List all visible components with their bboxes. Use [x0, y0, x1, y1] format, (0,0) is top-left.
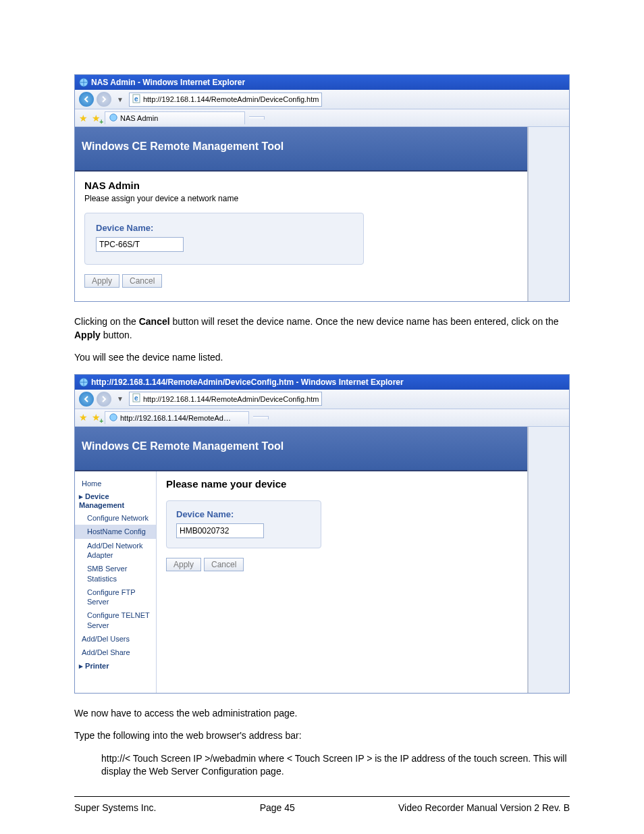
forward-button[interactable] — [97, 92, 111, 107]
device-name-input[interactable] — [96, 237, 184, 252]
sidebar-telnet[interactable]: Configure TELNET Server — [75, 608, 156, 632]
footer-center: Page 45 — [260, 802, 295, 813]
side-blank — [529, 427, 569, 693]
add-favorite-icon[interactable]: ★ — [92, 113, 101, 124]
apply-button[interactable]: Apply — [84, 274, 119, 288]
svg-point-7 — [110, 414, 117, 421]
svg-text:e: e — [134, 95, 138, 103]
page-icon: e — [132, 393, 140, 405]
nav-toolbar: ▼ e http://192.168.1.144/RemoteAdmin/Dev… — [75, 90, 569, 109]
favorites-bar: ★ ★ NAS Admin — [75, 109, 569, 127]
back-button[interactable] — [79, 92, 94, 107]
favorites-icon[interactable]: ★ — [79, 412, 88, 423]
sidebar-share[interactable]: Add/Del Share — [75, 646, 156, 659]
add-favorite-icon[interactable]: ★ — [92, 412, 101, 423]
page-header: Windows CE Remote Management Tool — [75, 127, 527, 172]
device-name-input[interactable] — [176, 523, 264, 538]
back-button[interactable] — [79, 392, 94, 407]
main-panel: Please name your device Device Name: App… — [157, 471, 527, 693]
favorites-icon[interactable]: ★ — [79, 113, 88, 124]
paragraph: http://< Touch Screen IP >/webadmin wher… — [74, 752, 570, 779]
address-bar[interactable]: e http://192.168.1.144/RemoteAdmin/Devic… — [129, 93, 322, 107]
browser-window-2: http://192.168.1.144/RemoteAdmin/DeviceC… — [74, 374, 570, 694]
document-page: NAS Admin - Windows Internet Explorer ▼ … — [0, 0, 644, 834]
sidebar-home[interactable]: Home — [75, 477, 156, 490]
ie-icon — [79, 78, 88, 87]
browser-tab[interactable]: http://192.168.1.144/RemoteAdmin/DeviceC… — [105, 411, 249, 424]
ie-icon — [79, 377, 88, 387]
section-subtitle: Please assign your device a network name — [84, 194, 518, 203]
page-header: Windows CE Remote Management Tool — [75, 427, 527, 471]
ie-icon — [109, 413, 117, 423]
sidebar-users[interactable]: Add/Del Users — [75, 632, 156, 646]
title-bar: http://192.168.1.144/RemoteAdmin/DeviceC… — [75, 375, 569, 390]
new-tab-button[interactable] — [253, 416, 269, 419]
cancel-button[interactable]: Cancel — [122, 274, 162, 288]
browser-window-1: NAS Admin - Windows Internet Explorer ▼ … — [74, 74, 570, 302]
cancel-button[interactable]: Cancel — [204, 558, 244, 571]
history-dropdown[interactable]: ▼ — [114, 395, 126, 402]
history-dropdown[interactable]: ▼ — [114, 96, 126, 103]
tab-label: NAS Admin — [120, 114, 158, 122]
url-text: http://192.168.1.144/RemoteAdmin/DeviceC… — [143, 95, 319, 103]
nav-toolbar: ▼ e http://192.168.1.144/RemoteAdmin/Dev… — [75, 390, 569, 409]
sidebar: Home ▸ Device Management Configure Netwo… — [75, 471, 157, 693]
window-title: NAS Admin - Windows Internet Explorer — [91, 78, 245, 87]
paragraph: Type the following into the web browser'… — [74, 729, 570, 743]
apply-button[interactable]: Apply — [166, 558, 201, 571]
svg-text:e: e — [134, 394, 138, 402]
window-title: http://192.168.1.144/RemoteAdmin/DeviceC… — [91, 377, 404, 387]
footer-rule — [74, 796, 570, 797]
device-name-label: Device Name: — [96, 223, 352, 233]
forward-button[interactable] — [97, 392, 111, 407]
page-icon: e — [132, 94, 140, 105]
paragraph: Clicking on the Cancel button will reset… — [74, 315, 570, 342]
sidebar-configure-network[interactable]: Configure Network — [75, 511, 156, 525]
footer-left: Super Systems Inc. — [74, 802, 156, 813]
url-text: http://192.168.1.144/RemoteAdmin/DeviceC… — [143, 395, 319, 403]
sidebar-smb-stats[interactable]: SMB Server Statistics — [75, 562, 156, 585]
paragraph: We now have to access the web administra… — [74, 707, 570, 721]
device-name-label: Device Name: — [176, 509, 311, 519]
paragraph: You will see the device name listed. — [74, 351, 570, 365]
ie-icon — [109, 113, 117, 123]
browser-tab[interactable]: NAS Admin — [105, 111, 245, 124]
sidebar-ftp[interactable]: Configure FTP Server — [75, 585, 156, 609]
sidebar-printer[interactable]: ▸ Printer — [75, 660, 156, 673]
address-bar[interactable]: e http://192.168.1.144/RemoteAdmin/Devic… — [129, 392, 322, 406]
sidebar-hostname-config[interactable]: HostName Config — [75, 525, 156, 538]
sidebar-device-management[interactable]: ▸ Device Management — [75, 490, 156, 511]
favorites-bar: ★ ★ http://192.168.1.144/RemoteAdmin/Dev… — [75, 409, 569, 427]
svg-point-3 — [110, 114, 117, 122]
section-title: NAS Admin — [84, 180, 518, 191]
new-tab-button[interactable] — [249, 116, 265, 120]
side-blank — [529, 127, 569, 301]
footer-right: Video Recorder Manual Version 2 Rev. B — [398, 802, 570, 813]
title-bar: NAS Admin - Windows Internet Explorer — [75, 75, 569, 90]
tab-label: http://192.168.1.144/RemoteAdmin/DeviceC… — [120, 414, 235, 422]
sidebar-adddel-adapter[interactable]: Add/Del Network Adapter — [75, 539, 156, 563]
footer: Super Systems Inc. Page 45 Video Recorde… — [74, 802, 570, 813]
main-title: Please name your device — [166, 478, 518, 490]
